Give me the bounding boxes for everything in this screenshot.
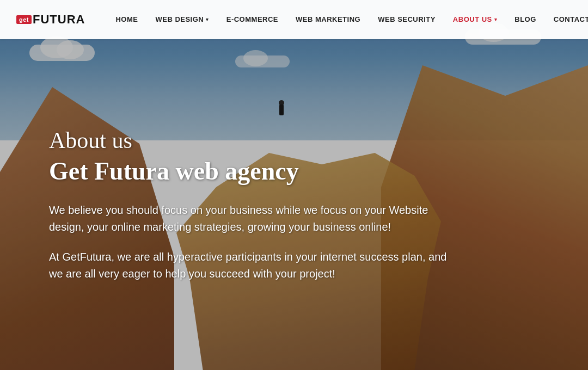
hero-description-2: At GetFutura, we are all hyperactive par… [49,249,463,282]
chevron-down-icon: ▾ [206,0,209,39]
nav-web-marketing[interactable]: WEB MARKETING [287,0,369,39]
nav-contact-us[interactable]: CONTACT US [545,0,588,39]
site-header: get FUTURA HOME WEB DESIGN ▾ E-COMMERCE … [0,0,588,39]
nav-home[interactable]: HOME [107,0,146,39]
nav-web-security[interactable]: WEB SECURITY [369,0,444,39]
hero-content: About us Get Futura web agency We believ… [0,39,588,370]
chevron-down-icon-about: ▾ [494,0,498,39]
nav-blog[interactable]: BLOG [506,0,545,39]
nav-ecommerce[interactable]: E-COMMERCE [218,0,287,39]
nav-about-us[interactable]: ABOUT US ▾ [444,0,506,39]
hero-section: About us Get Futura web agency We believ… [0,0,588,370]
hero-about-label: About us [49,127,132,153]
logo-get: get [16,15,32,24]
logo[interactable]: get FUTURA [16,13,85,27]
hero-description-1: We believe you should focus on your busi… [49,202,463,236]
logo-futura: FUTURA [33,13,85,27]
nav-web-design[interactable]: WEB DESIGN ▾ [146,0,217,39]
main-nav: HOME WEB DESIGN ▾ E-COMMERCE WEB MARKETI… [107,0,588,39]
hero-title: Get Futura web agency [49,157,299,186]
